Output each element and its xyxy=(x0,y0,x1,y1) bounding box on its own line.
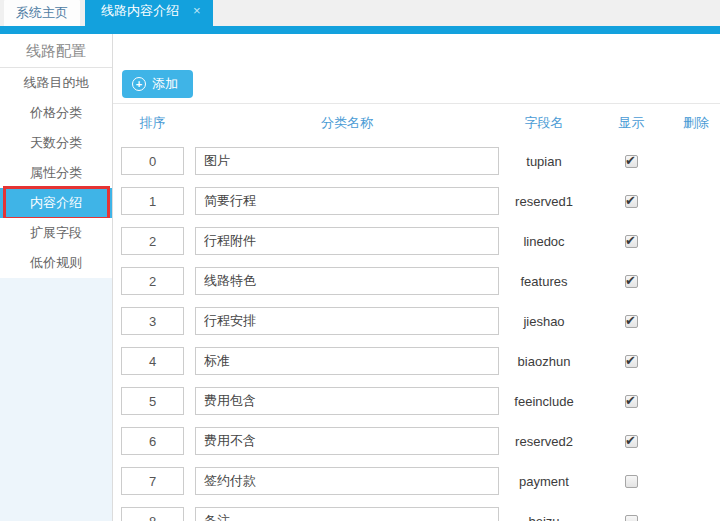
close-icon[interactable]: × xyxy=(193,3,201,18)
field-name: feeinclude xyxy=(499,394,589,409)
sidebar-header: 线路配置 xyxy=(0,34,112,68)
display-checkbox[interactable] xyxy=(625,355,638,368)
name-input[interactable] xyxy=(195,427,499,455)
sidebar-item-extended-fields[interactable]: 扩展字段 xyxy=(0,218,112,248)
table-row: biaozhun xyxy=(113,341,720,381)
display-cell xyxy=(589,312,674,330)
display-checkbox[interactable] xyxy=(625,195,638,208)
name-input[interactable] xyxy=(195,187,499,215)
sidebar-item-label: 内容介绍 xyxy=(30,195,82,210)
toolbar: + 添加 xyxy=(113,70,720,104)
sidebar-background xyxy=(0,278,112,521)
table-header-row: 排序 分类名称 字段名 显示 删除 xyxy=(113,104,720,141)
field-name: features xyxy=(499,274,589,289)
header-delete: 删除 xyxy=(674,114,718,132)
name-input[interactable] xyxy=(195,307,499,335)
display-checkbox[interactable] xyxy=(625,395,638,408)
display-checkbox[interactable] xyxy=(625,275,638,288)
display-cell xyxy=(589,432,674,450)
main-layout: 线路配置 线路目的地 价格分类 天数分类 属性分类 内容介绍 扩展字段 低价规则… xyxy=(0,34,720,521)
sidebar-item-low-price-rules[interactable]: 低价规则 xyxy=(0,248,112,278)
table-row: feeinclude xyxy=(113,381,720,421)
display-cell xyxy=(589,272,674,290)
table-row: jieshao xyxy=(113,301,720,341)
header-name: 分类名称 xyxy=(195,114,499,132)
display-checkbox[interactable] xyxy=(625,515,638,521)
sidebar-item-days-category[interactable]: 天数分类 xyxy=(0,128,112,158)
sort-input[interactable] xyxy=(121,347,184,375)
display-cell xyxy=(589,152,674,170)
name-input[interactable] xyxy=(195,467,499,495)
display-cell xyxy=(589,192,674,210)
sort-input[interactable] xyxy=(121,467,184,495)
tab-system-home[interactable]: 系统主页 xyxy=(4,0,80,26)
add-button[interactable]: + 添加 xyxy=(122,70,193,98)
sort-input[interactable] xyxy=(121,267,184,295)
field-name: biaozhun xyxy=(499,354,589,369)
content-panel: + 添加 排序 分类名称 字段名 显示 删除 tupian xyxy=(113,34,720,521)
table-row: reserved1 xyxy=(113,181,720,221)
field-name: payment xyxy=(499,474,589,489)
field-name: jieshao xyxy=(499,314,589,329)
name-input[interactable] xyxy=(195,267,499,295)
tabbar: 系统主页 线路内容介绍 × xyxy=(0,0,720,34)
field-name: reserved2 xyxy=(499,434,589,449)
sort-input[interactable] xyxy=(121,147,184,175)
name-input[interactable] xyxy=(195,507,499,521)
display-cell xyxy=(589,512,674,521)
field-name: tupian xyxy=(499,154,589,169)
display-checkbox[interactable] xyxy=(625,475,638,488)
name-input[interactable] xyxy=(195,347,499,375)
sort-input[interactable] xyxy=(121,307,184,335)
display-cell xyxy=(589,232,674,250)
display-checkbox[interactable] xyxy=(625,315,638,328)
display-checkbox[interactable] xyxy=(625,155,638,168)
field-name: beizu xyxy=(499,514,589,522)
display-cell xyxy=(589,352,674,370)
sidebar-item-attribute-category[interactable]: 属性分类 xyxy=(0,158,112,188)
display-cell xyxy=(589,472,674,490)
sort-input[interactable] xyxy=(121,387,184,415)
table-row: features xyxy=(113,261,720,301)
field-name: reserved1 xyxy=(499,194,589,209)
sidebar-item-line-destination[interactable]: 线路目的地 xyxy=(0,68,112,98)
tab-line-content-intro[interactable]: 线路内容介绍 × xyxy=(85,0,213,26)
header-display: 显示 xyxy=(589,114,674,132)
table-row: tupian xyxy=(113,141,720,181)
sidebar-item-content-intro[interactable]: 内容介绍 xyxy=(0,188,112,218)
sort-input[interactable] xyxy=(121,227,184,255)
name-input[interactable] xyxy=(195,227,499,255)
display-checkbox[interactable] xyxy=(625,435,638,448)
table-row: linedoc xyxy=(113,221,720,261)
header-field: 字段名 xyxy=(499,114,589,132)
sidebar-item-price-category[interactable]: 价格分类 xyxy=(0,98,112,128)
add-button-label: 添加 xyxy=(152,75,178,93)
table-row: beizu xyxy=(113,501,720,521)
sort-input[interactable] xyxy=(121,187,184,215)
sort-input[interactable] xyxy=(121,507,184,521)
field-name: linedoc xyxy=(499,234,589,249)
sidebar: 线路配置 线路目的地 价格分类 天数分类 属性分类 内容介绍 扩展字段 低价规则 xyxy=(0,34,113,521)
sort-input[interactable] xyxy=(121,427,184,455)
name-input[interactable] xyxy=(195,147,499,175)
table-row: payment xyxy=(113,461,720,501)
display-cell xyxy=(589,392,674,410)
header-sort: 排序 xyxy=(121,114,184,132)
tab-label: 线路内容介绍 xyxy=(101,2,179,20)
name-input[interactable] xyxy=(195,387,499,415)
table-body: tupian reserved1 linedoc xyxy=(113,141,720,521)
display-checkbox[interactable] xyxy=(625,235,638,248)
plus-circle-icon: + xyxy=(132,77,146,91)
table-row: reserved2 xyxy=(113,421,720,461)
